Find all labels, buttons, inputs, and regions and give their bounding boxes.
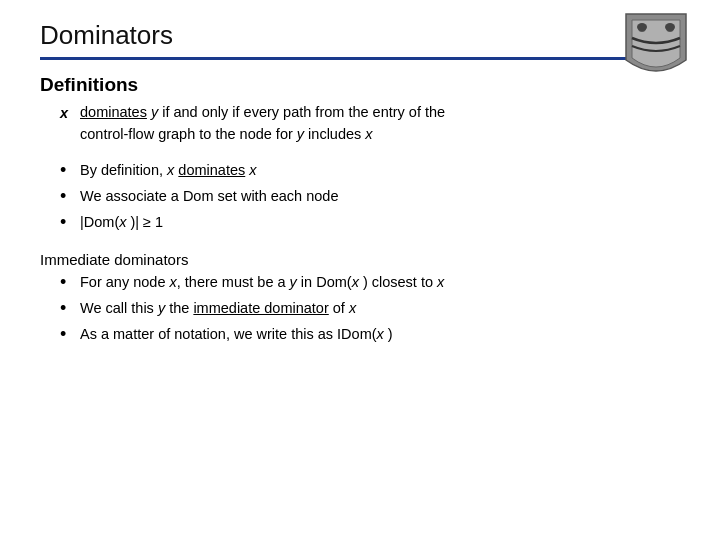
def-bullet-1-text: By definition, x dominates x bbox=[80, 160, 257, 182]
def-bullet-2: We associate a Dom set with each node bbox=[60, 186, 680, 208]
imm-bullet-2: We call this y the immediate dominator o… bbox=[60, 298, 680, 320]
def-bullet-2-text: We associate a Dom set with each node bbox=[80, 186, 338, 208]
def-bullet-1: By definition, x dominates x bbox=[60, 160, 680, 182]
def-bullet-3: |Dom(x )| ≥ 1 bbox=[60, 212, 680, 234]
slide-title: Dominators bbox=[40, 20, 173, 51]
slide: Dominators Definitions x dominates y if … bbox=[0, 0, 720, 540]
def-x-var: x bbox=[60, 102, 74, 124]
definition-block: x dominates y if and only if every path … bbox=[60, 102, 680, 146]
imm-bullet-3-text: As a matter of notation, we write this a… bbox=[80, 324, 393, 346]
immediate-heading: Immediate dominators bbox=[40, 251, 680, 268]
def-row-1: x dominates y if and only if every path … bbox=[60, 102, 680, 124]
title-area: Dominators bbox=[40, 20, 680, 60]
university-logo bbox=[622, 10, 690, 82]
dominates-text: dominates bbox=[80, 104, 147, 120]
def-text-1: dominates y if and only if every path fr… bbox=[80, 102, 445, 124]
def-continuation: control-flow graph to the node for y inc… bbox=[80, 124, 680, 146]
definitions-section: Definitions x dominates y if and only if… bbox=[40, 74, 680, 233]
imm-bullet-2-text: We call this y the immediate dominator o… bbox=[80, 298, 356, 320]
definitions-heading: Definitions bbox=[40, 74, 680, 96]
immediate-bullets: For any node x, there must be a y in Dom… bbox=[60, 272, 680, 345]
definitions-bullets: By definition, x dominates x We associat… bbox=[60, 160, 680, 233]
def-bullet-3-text: |Dom(x )| ≥ 1 bbox=[80, 212, 163, 234]
imm-bullet-1-text: For any node x, there must be a y in Dom… bbox=[80, 272, 444, 294]
svg-point-3 bbox=[665, 23, 675, 31]
svg-point-2 bbox=[637, 23, 647, 31]
imm-bullet-3: As a matter of notation, we write this a… bbox=[60, 324, 680, 346]
imm-bullet-1: For any node x, there must be a y in Dom… bbox=[60, 272, 680, 294]
immediate-section: Immediate dominators For any node x, the… bbox=[40, 251, 680, 345]
